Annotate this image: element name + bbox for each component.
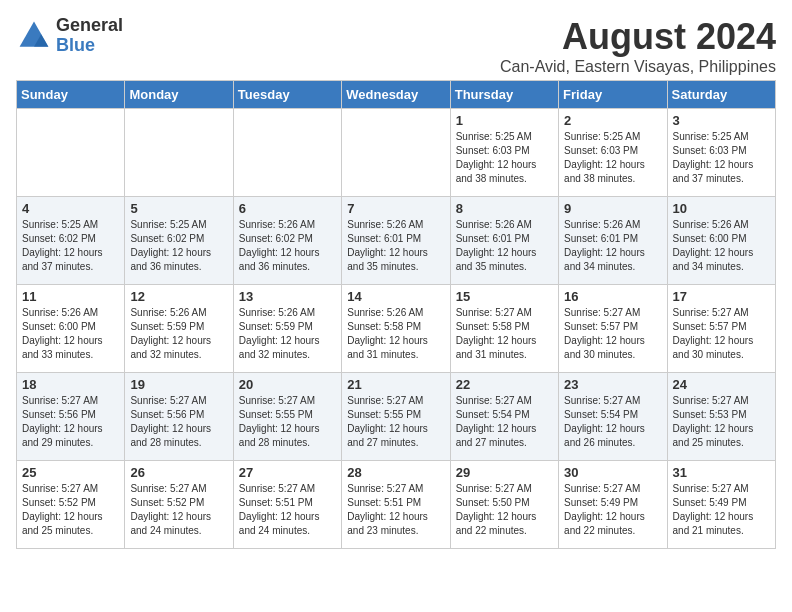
day-info: Sunrise: 5:26 AM Sunset: 6:00 PM Dayligh… [22, 306, 119, 362]
day-info: Sunrise: 5:27 AM Sunset: 5:57 PM Dayligh… [673, 306, 770, 362]
calendar-cell [17, 109, 125, 197]
calendar-cell: 8Sunrise: 5:26 AM Sunset: 6:01 PM Daylig… [450, 197, 558, 285]
calendar-cell: 31Sunrise: 5:27 AM Sunset: 5:49 PM Dayli… [667, 461, 775, 549]
day-number: 29 [456, 465, 553, 480]
subtitle: Can-Avid, Eastern Visayas, Philippines [500, 58, 776, 76]
day-info: Sunrise: 5:26 AM Sunset: 6:00 PM Dayligh… [673, 218, 770, 274]
day-number: 31 [673, 465, 770, 480]
header-monday: Monday [125, 81, 233, 109]
day-number: 15 [456, 289, 553, 304]
day-info: Sunrise: 5:27 AM Sunset: 5:56 PM Dayligh… [130, 394, 227, 450]
day-info: Sunrise: 5:27 AM Sunset: 5:49 PM Dayligh… [564, 482, 661, 538]
calendar-cell: 25Sunrise: 5:27 AM Sunset: 5:52 PM Dayli… [17, 461, 125, 549]
calendar-week-row: 1Sunrise: 5:25 AM Sunset: 6:03 PM Daylig… [17, 109, 776, 197]
day-number: 3 [673, 113, 770, 128]
day-info: Sunrise: 5:27 AM Sunset: 5:50 PM Dayligh… [456, 482, 553, 538]
calendar-week-row: 18Sunrise: 5:27 AM Sunset: 5:56 PM Dayli… [17, 373, 776, 461]
header-thursday: Thursday [450, 81, 558, 109]
page-header: General Blue August 2024 Can-Avid, Easte… [16, 16, 776, 76]
day-info: Sunrise: 5:27 AM Sunset: 5:51 PM Dayligh… [347, 482, 444, 538]
day-info: Sunrise: 5:27 AM Sunset: 5:55 PM Dayligh… [347, 394, 444, 450]
logo-text: General Blue [56, 16, 123, 56]
day-number: 24 [673, 377, 770, 392]
calendar-week-row: 11Sunrise: 5:26 AM Sunset: 6:00 PM Dayli… [17, 285, 776, 373]
day-info: Sunrise: 5:27 AM Sunset: 5:57 PM Dayligh… [564, 306, 661, 362]
calendar-cell: 29Sunrise: 5:27 AM Sunset: 5:50 PM Dayli… [450, 461, 558, 549]
calendar-body: 1Sunrise: 5:25 AM Sunset: 6:03 PM Daylig… [17, 109, 776, 549]
day-number: 10 [673, 201, 770, 216]
day-number: 13 [239, 289, 336, 304]
day-number: 14 [347, 289, 444, 304]
day-number: 23 [564, 377, 661, 392]
day-info: Sunrise: 5:27 AM Sunset: 5:52 PM Dayligh… [130, 482, 227, 538]
header-friday: Friday [559, 81, 667, 109]
day-number: 11 [22, 289, 119, 304]
calendar-cell: 16Sunrise: 5:27 AM Sunset: 5:57 PM Dayli… [559, 285, 667, 373]
calendar-cell: 11Sunrise: 5:26 AM Sunset: 6:00 PM Dayli… [17, 285, 125, 373]
calendar-cell: 30Sunrise: 5:27 AM Sunset: 5:49 PM Dayli… [559, 461, 667, 549]
day-info: Sunrise: 5:25 AM Sunset: 6:03 PM Dayligh… [673, 130, 770, 186]
calendar-cell: 19Sunrise: 5:27 AM Sunset: 5:56 PM Dayli… [125, 373, 233, 461]
day-number: 26 [130, 465, 227, 480]
day-number: 30 [564, 465, 661, 480]
calendar-cell: 22Sunrise: 5:27 AM Sunset: 5:54 PM Dayli… [450, 373, 558, 461]
day-info: Sunrise: 5:27 AM Sunset: 5:54 PM Dayligh… [564, 394, 661, 450]
calendar-cell: 5Sunrise: 5:25 AM Sunset: 6:02 PM Daylig… [125, 197, 233, 285]
logo-icon [16, 18, 52, 54]
calendar-cell: 23Sunrise: 5:27 AM Sunset: 5:54 PM Dayli… [559, 373, 667, 461]
calendar-cell: 27Sunrise: 5:27 AM Sunset: 5:51 PM Dayli… [233, 461, 341, 549]
day-number: 18 [22, 377, 119, 392]
calendar-cell: 1Sunrise: 5:25 AM Sunset: 6:03 PM Daylig… [450, 109, 558, 197]
day-info: Sunrise: 5:27 AM Sunset: 5:54 PM Dayligh… [456, 394, 553, 450]
day-number: 19 [130, 377, 227, 392]
calendar-cell: 13Sunrise: 5:26 AM Sunset: 5:59 PM Dayli… [233, 285, 341, 373]
calendar-cell: 6Sunrise: 5:26 AM Sunset: 6:02 PM Daylig… [233, 197, 341, 285]
day-info: Sunrise: 5:27 AM Sunset: 5:55 PM Dayligh… [239, 394, 336, 450]
day-number: 2 [564, 113, 661, 128]
day-number: 22 [456, 377, 553, 392]
day-info: Sunrise: 5:25 AM Sunset: 6:02 PM Dayligh… [22, 218, 119, 274]
calendar-week-row: 4Sunrise: 5:25 AM Sunset: 6:02 PM Daylig… [17, 197, 776, 285]
calendar-cell: 21Sunrise: 5:27 AM Sunset: 5:55 PM Dayli… [342, 373, 450, 461]
calendar-cell: 12Sunrise: 5:26 AM Sunset: 5:59 PM Dayli… [125, 285, 233, 373]
calendar-cell: 20Sunrise: 5:27 AM Sunset: 5:55 PM Dayli… [233, 373, 341, 461]
day-info: Sunrise: 5:26 AM Sunset: 6:01 PM Dayligh… [564, 218, 661, 274]
day-info: Sunrise: 5:26 AM Sunset: 6:01 PM Dayligh… [347, 218, 444, 274]
logo-general: General [56, 16, 123, 36]
day-number: 21 [347, 377, 444, 392]
day-info: Sunrise: 5:26 AM Sunset: 6:02 PM Dayligh… [239, 218, 336, 274]
day-info: Sunrise: 5:25 AM Sunset: 6:02 PM Dayligh… [130, 218, 227, 274]
day-number: 12 [130, 289, 227, 304]
calendar-cell: 9Sunrise: 5:26 AM Sunset: 6:01 PM Daylig… [559, 197, 667, 285]
calendar-cell: 24Sunrise: 5:27 AM Sunset: 5:53 PM Dayli… [667, 373, 775, 461]
calendar-header: Sunday Monday Tuesday Wednesday Thursday… [17, 81, 776, 109]
day-number: 16 [564, 289, 661, 304]
calendar-cell: 15Sunrise: 5:27 AM Sunset: 5:58 PM Dayli… [450, 285, 558, 373]
day-number: 9 [564, 201, 661, 216]
day-info: Sunrise: 5:25 AM Sunset: 6:03 PM Dayligh… [564, 130, 661, 186]
day-info: Sunrise: 5:27 AM Sunset: 5:51 PM Dayligh… [239, 482, 336, 538]
calendar-cell: 2Sunrise: 5:25 AM Sunset: 6:03 PM Daylig… [559, 109, 667, 197]
header-sunday: Sunday [17, 81, 125, 109]
day-number: 20 [239, 377, 336, 392]
day-number: 28 [347, 465, 444, 480]
calendar-table: Sunday Monday Tuesday Wednesday Thursday… [16, 80, 776, 549]
logo-blue: Blue [56, 36, 123, 56]
logo: General Blue [16, 16, 123, 56]
day-number: 4 [22, 201, 119, 216]
day-info: Sunrise: 5:25 AM Sunset: 6:03 PM Dayligh… [456, 130, 553, 186]
header-row: Sunday Monday Tuesday Wednesday Thursday… [17, 81, 776, 109]
title-block: August 2024 Can-Avid, Eastern Visayas, P… [500, 16, 776, 76]
calendar-cell: 26Sunrise: 5:27 AM Sunset: 5:52 PM Dayli… [125, 461, 233, 549]
calendar-week-row: 25Sunrise: 5:27 AM Sunset: 5:52 PM Dayli… [17, 461, 776, 549]
calendar-cell [342, 109, 450, 197]
day-info: Sunrise: 5:26 AM Sunset: 5:59 PM Dayligh… [130, 306, 227, 362]
calendar-cell: 17Sunrise: 5:27 AM Sunset: 5:57 PM Dayli… [667, 285, 775, 373]
day-info: Sunrise: 5:26 AM Sunset: 5:58 PM Dayligh… [347, 306, 444, 362]
header-tuesday: Tuesday [233, 81, 341, 109]
day-number: 5 [130, 201, 227, 216]
calendar-cell: 3Sunrise: 5:25 AM Sunset: 6:03 PM Daylig… [667, 109, 775, 197]
calendar-cell: 28Sunrise: 5:27 AM Sunset: 5:51 PM Dayli… [342, 461, 450, 549]
day-number: 7 [347, 201, 444, 216]
day-number: 6 [239, 201, 336, 216]
